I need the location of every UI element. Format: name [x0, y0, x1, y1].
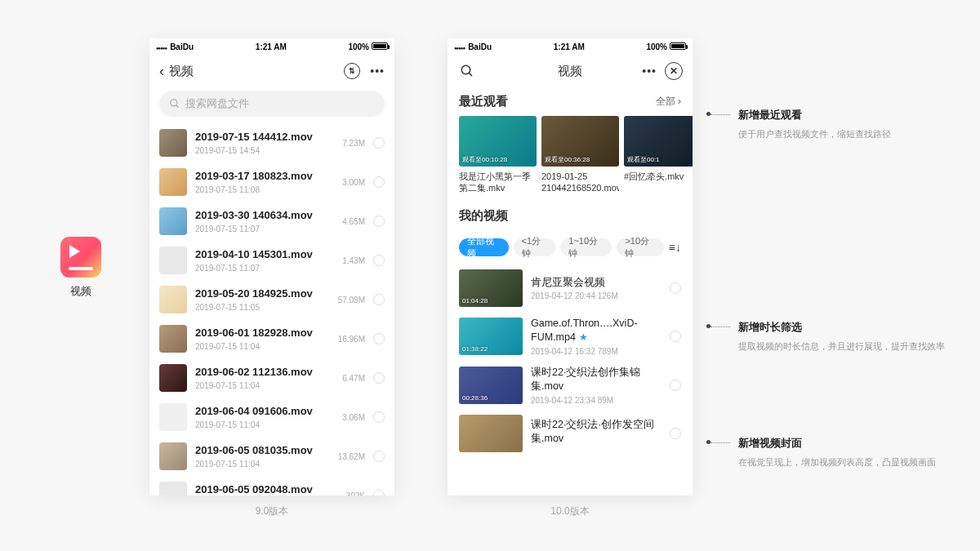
- select-radio[interactable]: [373, 255, 385, 266]
- svg-line-1: [176, 105, 179, 108]
- card-title: #回忆牵头.mkv: [624, 171, 693, 193]
- video-name: 肯尼亚聚会视频: [531, 276, 663, 290]
- select-radio[interactable]: [373, 451, 385, 462]
- card-title: 2019-01-25 210442168520.mov: [541, 171, 619, 193]
- filter-chip[interactable]: >10分钟: [617, 238, 663, 256]
- filter-chip[interactable]: 全部视频: [459, 238, 509, 256]
- app-icon-block: 视频: [60, 237, 101, 299]
- my-videos-header: 我的视频: [448, 193, 693, 230]
- recent-list[interactable]: 观看至00:10:28 我是江小黑第一季第二集.mkv观看至00:36:28 2…: [448, 116, 693, 193]
- filter-chip[interactable]: 1~10分钟: [560, 238, 612, 256]
- file-item[interactable]: 2019-07-15 144412.mov 2019-07-15 14:54 7…: [149, 123, 394, 162]
- select-radio[interactable]: [373, 372, 385, 384]
- file-name: 2019-06-02 112136.mov: [195, 366, 342, 380]
- search-icon: [460, 64, 474, 78]
- filter-bar: 全部视频<1分钟1~10分钟>10分钟≡↓: [448, 230, 693, 264]
- phone-v10: BaiDu 1:21 AM 100% 视频 ••• ✕ 最近观看 全部 › 观看…: [448, 38, 693, 495]
- video-thumb: [459, 415, 523, 452]
- select-radio[interactable]: [373, 490, 385, 495]
- page-title: 视频: [558, 64, 582, 79]
- file-size: 302K: [346, 491, 365, 496]
- select-radio[interactable]: [670, 282, 681, 294]
- watch-progress: 观看至00:10:28: [462, 155, 507, 164]
- file-thumb: [159, 325, 187, 353]
- recent-card[interactable]: 观看至00:1 #回忆牵头.mkv: [624, 116, 693, 193]
- file-thumb: [159, 129, 187, 157]
- video-list[interactable]: 01:04:28 肯尼亚聚会视频 2019-04-12 20:44 126M 0…: [448, 264, 693, 457]
- close-icon[interactable]: ✕: [665, 62, 683, 80]
- duration: 00:28:36: [462, 394, 488, 402]
- select-radio[interactable]: [373, 411, 385, 423]
- video-thumb: 01:38:22: [459, 318, 523, 355]
- version-label-v10: 10.0版本: [448, 504, 693, 518]
- video-name: 课时22·交织法·创作发空间集.mov: [531, 418, 663, 446]
- file-date: 2019-07-15 11:05: [195, 303, 338, 312]
- recent-card[interactable]: 观看至00:10:28 我是江小黑第一季第二集.mkv: [459, 116, 537, 193]
- file-name: 2019-07-15 144412.mov: [195, 131, 342, 144]
- file-thumb: [159, 403, 187, 431]
- video-item[interactable]: 课时22·交织法·创作发空间集.mov: [448, 410, 693, 457]
- file-name: 2019-05-20 184925.mov: [195, 287, 338, 301]
- file-date: 2019-07-15 11:04: [195, 460, 338, 469]
- filter-chip[interactable]: <1分钟: [514, 238, 556, 256]
- view-all-link[interactable]: 全部 ›: [656, 95, 681, 109]
- video-meta: 2019-04-12 20:44 126M: [531, 291, 663, 300]
- file-size: 57.09M: [338, 295, 365, 304]
- video-item[interactable]: 00:28:36 课时22·交织法创作集锦集.mov 2019-04-12 23…: [448, 361, 693, 410]
- file-list[interactable]: 2019-07-15 144412.mov 2019-07-15 14:54 7…: [149, 123, 394, 495]
- thumb: 观看至00:10:28: [459, 116, 537, 167]
- file-item[interactable]: 2019-06-04 091606.mov 2019-07-15 11:04 3…: [149, 398, 394, 437]
- video-meta: 2019-04-12 23:34 89M: [531, 396, 663, 405]
- v9-header: ‹ 视频 ⇅ •••: [149, 55, 394, 87]
- search-button[interactable]: [457, 61, 477, 81]
- file-item[interactable]: 2019-04-10 145301.mov 2019-07-15 11:07 1…: [149, 241, 394, 280]
- file-name: 2019-06-04 091606.mov: [195, 405, 342, 419]
- file-date: 2019-07-15 11:04: [195, 420, 342, 429]
- sort-icon[interactable]: ≡↓: [669, 241, 681, 254]
- more-icon[interactable]: •••: [370, 64, 385, 78]
- file-size: 16.96M: [338, 335, 365, 344]
- file-name: 2019-06-05 081035.mov: [195, 444, 338, 458]
- select-radio[interactable]: [373, 216, 385, 227]
- file-item[interactable]: 2019-03-17 180823.mov 2019-07-15 11:08 3…: [149, 162, 394, 202]
- anno-title: 新增时长筛选: [738, 320, 956, 335]
- file-size: 3.06M: [342, 413, 365, 422]
- version-label-v9: 9.0版本: [149, 504, 394, 518]
- anno-desc: 提取视频的时长信息，并且进行展现，提升查找效率: [738, 340, 956, 354]
- app-icon: [60, 237, 101, 278]
- anno-title: 新增视频封面: [738, 436, 956, 451]
- file-size: 3.00M: [342, 178, 365, 187]
- select-radio[interactable]: [670, 428, 681, 439]
- file-item[interactable]: 2019-05-20 184925.mov 2019-07-15 11:05 5…: [149, 280, 394, 319]
- file-thumb: [159, 364, 187, 392]
- video-name: Game.of.Thron….XviD-FUM.mp4★: [531, 317, 663, 344]
- select-radio[interactable]: [373, 294, 385, 305]
- select-radio[interactable]: [373, 137, 385, 149]
- statusbar: BaiDu 1:21 AM 100%: [448, 38, 693, 55]
- file-item[interactable]: 2019-06-01 182928.mov 2019-07-15 11:04 1…: [149, 319, 394, 358]
- phone-v9: BaiDu 1:21 AM 100% ‹ 视频 ⇅ ••• 搜索网盘文件 201…: [149, 38, 394, 495]
- more-icon[interactable]: •••: [642, 64, 657, 78]
- select-radio[interactable]: [670, 380, 681, 391]
- back-icon[interactable]: ‹: [159, 63, 164, 80]
- select-radio[interactable]: [373, 176, 385, 188]
- select-radio[interactable]: [373, 333, 385, 344]
- recent-card[interactable]: 观看至00:36:28 2019-01-25 210442168520.mov: [541, 116, 619, 193]
- select-radio[interactable]: [670, 331, 681, 342]
- video-item[interactable]: 01:38:22 Game.of.Thron….XviD-FUM.mp4★ 20…: [448, 312, 693, 361]
- file-item[interactable]: 2019-06-02 112136.mov 2019-07-15 11:04 6…: [149, 358, 394, 398]
- video-item[interactable]: 01:04:28 肯尼亚聚会视频 2019-04-12 20:44 126M: [448, 264, 693, 312]
- card-title: 我是江小黑第一季第二集.mkv: [459, 171, 537, 193]
- video-name: 课时22·交织法创作集锦集.mov: [531, 366, 663, 393]
- file-date: 2019-07-15 11:07: [195, 264, 342, 273]
- file-name: 2019-06-01 182928.mov: [195, 327, 338, 340]
- transfer-icon[interactable]: ⇅: [344, 63, 360, 79]
- file-thumb: [159, 207, 187, 235]
- section-title: 我的视频: [459, 208, 508, 224]
- file-item[interactable]: 2019-03-30 140634.mov 2019-07-15 11:07 4…: [149, 202, 394, 241]
- file-item[interactable]: 2019-06-05 081035.mov 2019-07-15 11:04 1…: [149, 437, 394, 476]
- statusbar: BaiDu 1:21 AM 100%: [149, 38, 394, 55]
- file-item[interactable]: 2019-06-05 092048.mov 2019-07-15 11:04 3…: [149, 476, 394, 495]
- search-input[interactable]: 搜索网盘文件: [159, 91, 385, 117]
- recent-section-header: 最近观看 全部 ›: [448, 87, 693, 116]
